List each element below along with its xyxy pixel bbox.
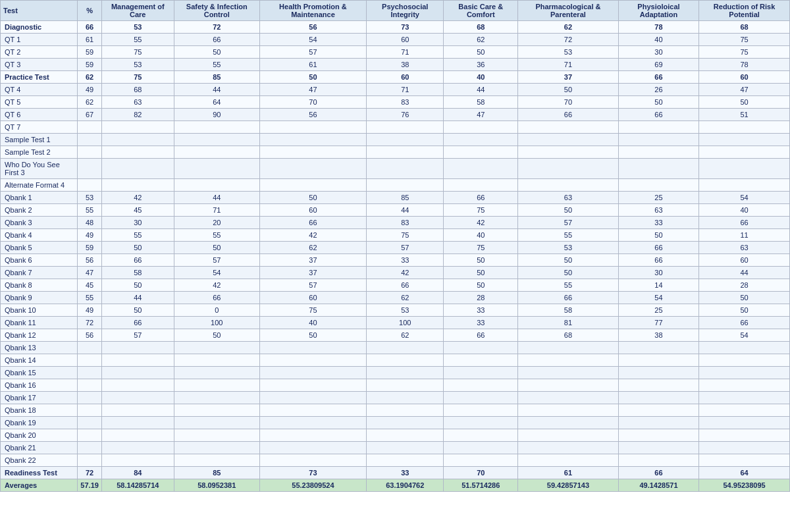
cell-30-1 (101, 404, 174, 417)
cell-28-3 (259, 379, 366, 392)
cell-15-7: 33 (618, 217, 698, 229)
cell-29-0 (78, 392, 102, 404)
cell-30-0 (78, 404, 102, 417)
cell-36-4: 63.1904762 (367, 479, 444, 492)
cell-30-2 (174, 404, 259, 417)
cell-27-1 (101, 367, 174, 379)
cell-28-6 (518, 379, 619, 392)
cell-0-3: 56 (259, 21, 366, 34)
cell-29-6 (518, 392, 619, 404)
table-row: Qbank 22 (1, 454, 790, 467)
cell-34-8 (699, 454, 790, 467)
cell-23-4: 100 (367, 317, 444, 329)
cell-4-6: 37 (518, 71, 619, 84)
header-cell-9: Reduction of Risk Potential (699, 1, 790, 21)
row-label: Qbank 15 (1, 367, 78, 379)
row-label: QT 4 (1, 84, 78, 96)
cell-23-3: 40 (259, 317, 366, 329)
cell-24-4: 62 (367, 329, 444, 342)
cell-30-4 (367, 404, 444, 417)
table-row: QT 2597550577150533075 (1, 46, 790, 59)
cell-36-6: 59.42857143 (518, 479, 619, 492)
cell-7-3: 56 (259, 109, 366, 121)
cell-35-4: 33 (367, 467, 444, 479)
cell-11-0 (78, 159, 102, 179)
header-cell-6: Basic Care & Comfort (444, 1, 518, 21)
cell-0-6: 62 (518, 21, 619, 34)
cell-9-1 (101, 134, 174, 146)
cell-3-5: 36 (444, 59, 518, 71)
cell-22-4: 53 (367, 304, 444, 317)
row-label: Qbank 10 (1, 304, 78, 317)
cell-31-4 (367, 417, 444, 429)
cell-10-2 (174, 146, 259, 159)
cell-16-2: 55 (174, 229, 259, 242)
row-label: Qbank 7 (1, 267, 78, 279)
cell-30-6 (518, 404, 619, 417)
cell-18-0: 56 (78, 254, 102, 267)
row-label: Qbank 12 (1, 329, 78, 342)
cell-35-7: 66 (618, 467, 698, 479)
table-row: QT 3595355613836716978 (1, 59, 790, 71)
cell-21-0: 55 (78, 292, 102, 304)
cell-11-2 (174, 159, 259, 179)
cell-7-5: 47 (444, 109, 518, 121)
cell-11-3 (259, 159, 366, 179)
cell-29-5 (444, 392, 518, 404)
table-row: Alternate Format 4 (1, 179, 790, 192)
row-label: Qbank 16 (1, 379, 78, 392)
cell-15-5: 42 (444, 217, 518, 229)
table-row: Diagnostic665372567368627868 (1, 21, 790, 34)
cell-0-0: 66 (78, 21, 102, 34)
cell-21-2: 66 (174, 292, 259, 304)
table-row: Qbank 19 (1, 417, 790, 429)
cell-25-0 (78, 342, 102, 354)
cell-7-0: 67 (78, 109, 102, 121)
cell-19-6: 50 (518, 267, 619, 279)
row-label: Sample Test 2 (1, 146, 78, 159)
header-cell-3: Safety & Infection Control (174, 1, 259, 21)
cell-15-8: 66 (699, 217, 790, 229)
cell-6-2: 64 (174, 96, 259, 109)
cell-36-2: 58.0952381 (174, 479, 259, 492)
cell-28-2 (174, 379, 259, 392)
cell-3-4: 38 (367, 59, 444, 71)
cell-23-0: 72 (78, 317, 102, 329)
cell-3-7: 69 (618, 59, 698, 71)
cell-1-1: 55 (101, 34, 174, 46)
cell-24-6: 68 (518, 329, 619, 342)
cell-35-1: 84 (101, 467, 174, 479)
cell-12-0 (78, 179, 102, 192)
cell-19-4: 42 (367, 267, 444, 279)
cell-5-4: 71 (367, 84, 444, 96)
table-row: Qbank 1049500755333582550 (1, 304, 790, 317)
cell-22-5: 33 (444, 304, 518, 317)
cell-25-7 (618, 342, 698, 354)
cell-21-1: 44 (101, 292, 174, 304)
cell-28-4 (367, 379, 444, 392)
cell-29-8 (699, 392, 790, 404)
cell-20-5: 50 (444, 279, 518, 292)
cell-16-4: 75 (367, 229, 444, 242)
cell-0-4: 73 (367, 21, 444, 34)
table-row: Qbank 18 (1, 404, 790, 417)
cell-36-3: 55.23809524 (259, 479, 366, 492)
cell-35-0: 72 (78, 467, 102, 479)
cell-13-5: 66 (444, 192, 518, 204)
cell-16-6: 55 (518, 229, 619, 242)
cell-1-7: 40 (618, 34, 698, 46)
cell-27-7 (618, 367, 698, 379)
cell-9-2 (174, 134, 259, 146)
table-row: Sample Test 1 (1, 134, 790, 146)
cell-10-4 (367, 146, 444, 159)
cell-27-8 (699, 367, 790, 379)
cell-27-4 (367, 367, 444, 379)
table-row: Qbank 2554571604475506340 (1, 204, 790, 217)
table-row: Qbank 21 (1, 442, 790, 454)
table-row: Qbank 14 (1, 354, 790, 367)
cell-31-5 (444, 417, 518, 429)
cell-8-1 (101, 121, 174, 134)
row-label: Qbank 8 (1, 279, 78, 292)
cell-13-2: 44 (174, 192, 259, 204)
cell-4-0: 62 (78, 71, 102, 84)
